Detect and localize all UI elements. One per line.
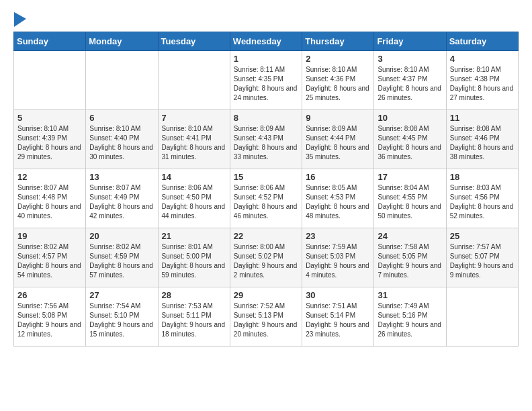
calendar-cell-1-3: 8Sunrise: 8:09 AM Sunset: 4:43 PM Daylig…	[230, 110, 302, 169]
calendar-cell-1-2: 7Sunrise: 8:10 AM Sunset: 4:41 PM Daylig…	[158, 110, 230, 169]
day-number: 24	[378, 231, 442, 241]
day-number: 7	[162, 113, 226, 123]
calendar-cell-1-5: 10Sunrise: 8:08 AM Sunset: 4:45 PM Dayli…	[374, 110, 446, 169]
day-number: 6	[89, 113, 154, 123]
day-number: 28	[162, 290, 226, 300]
day-number: 22	[234, 231, 298, 241]
week-row-2: 12Sunrise: 8:07 AM Sunset: 4:48 PM Dayli…	[14, 169, 519, 228]
day-number: 12	[17, 172, 82, 182]
calendar-cell-0-1	[86, 51, 158, 110]
day-info: Sunrise: 8:00 AM Sunset: 5:02 PM Dayligh…	[234, 242, 298, 280]
day-info: Sunrise: 8:09 AM Sunset: 4:43 PM Dayligh…	[234, 124, 298, 162]
calendar-cell-0-4: 2Sunrise: 8:10 AM Sunset: 4:36 PM Daylig…	[302, 51, 374, 110]
day-number: 26	[17, 290, 82, 300]
day-number: 25	[450, 231, 515, 241]
svg-marker-0	[14, 12, 26, 27]
day-number: 8	[234, 113, 298, 123]
weekday-header-sunday: Sunday	[14, 32, 86, 51]
day-info: Sunrise: 8:06 AM Sunset: 4:50 PM Dayligh…	[162, 183, 226, 221]
day-info: Sunrise: 8:02 AM Sunset: 4:59 PM Dayligh…	[89, 242, 154, 280]
day-info: Sunrise: 8:04 AM Sunset: 4:55 PM Dayligh…	[378, 183, 442, 221]
day-info: Sunrise: 7:51 AM Sunset: 5:14 PM Dayligh…	[306, 302, 370, 339]
day-number: 10	[378, 113, 442, 123]
calendar-cell-2-0: 12Sunrise: 8:07 AM Sunset: 4:48 PM Dayli…	[14, 169, 86, 228]
day-number: 18	[450, 172, 515, 182]
week-row-1: 5Sunrise: 8:10 AM Sunset: 4:39 PM Daylig…	[14, 110, 519, 169]
calendar-cell-3-0: 19Sunrise: 8:02 AM Sunset: 4:57 PM Dayli…	[14, 228, 86, 287]
day-number: 31	[378, 290, 442, 300]
day-number: 21	[162, 231, 226, 241]
day-info: Sunrise: 7:53 AM Sunset: 5:11 PM Dayligh…	[162, 302, 226, 339]
calendar-cell-3-1: 20Sunrise: 8:02 AM Sunset: 4:59 PM Dayli…	[86, 228, 158, 287]
logo	[13, 12, 26, 25]
day-number: 1	[234, 54, 298, 64]
weekday-header-wednesday: Wednesday	[230, 32, 302, 51]
day-number: 29	[234, 290, 298, 300]
day-info: Sunrise: 7:57 AM Sunset: 5:07 PM Dayligh…	[450, 242, 515, 280]
day-number: 13	[89, 172, 154, 182]
calendar-cell-4-2: 28Sunrise: 7:53 AM Sunset: 5:11 PM Dayli…	[158, 287, 230, 347]
day-info: Sunrise: 8:01 AM Sunset: 5:00 PM Dayligh…	[162, 242, 226, 280]
page: SundayMondayTuesdayWednesdayThursdayFrid…	[0, 0, 532, 356]
calendar-cell-2-2: 14Sunrise: 8:06 AM Sunset: 4:50 PM Dayli…	[158, 169, 230, 228]
calendar-cell-1-4: 9Sunrise: 8:09 AM Sunset: 4:44 PM Daylig…	[302, 110, 374, 169]
day-info: Sunrise: 8:11 AM Sunset: 4:35 PM Dayligh…	[234, 65, 298, 103]
calendar-cell-0-5: 3Sunrise: 8:10 AM Sunset: 4:37 PM Daylig…	[374, 51, 446, 110]
day-number: 14	[162, 172, 226, 182]
day-info: Sunrise: 8:10 AM Sunset: 4:39 PM Dayligh…	[17, 124, 82, 162]
header	[13, 12, 519, 25]
day-number: 19	[17, 231, 82, 241]
day-number: 4	[450, 54, 515, 64]
day-number: 2	[306, 54, 370, 64]
weekday-header-saturday: Saturday	[446, 32, 518, 51]
calendar-cell-1-6: 11Sunrise: 8:08 AM Sunset: 4:46 PM Dayli…	[446, 110, 518, 169]
day-number: 17	[378, 172, 442, 182]
day-number: 27	[89, 290, 154, 300]
day-info: Sunrise: 7:52 AM Sunset: 5:13 PM Dayligh…	[234, 302, 298, 339]
day-info: Sunrise: 7:58 AM Sunset: 5:05 PM Dayligh…	[378, 242, 442, 280]
day-info: Sunrise: 8:10 AM Sunset: 4:37 PM Dayligh…	[378, 65, 442, 103]
day-info: Sunrise: 8:05 AM Sunset: 4:53 PM Dayligh…	[306, 183, 370, 221]
day-number: 3	[378, 54, 442, 64]
day-info: Sunrise: 7:59 AM Sunset: 5:03 PM Dayligh…	[306, 242, 370, 280]
calendar-cell-3-2: 21Sunrise: 8:01 AM Sunset: 5:00 PM Dayli…	[158, 228, 230, 287]
day-info: Sunrise: 7:54 AM Sunset: 5:10 PM Dayligh…	[89, 302, 154, 339]
day-number: 30	[306, 290, 370, 300]
calendar-cell-1-0: 5Sunrise: 8:10 AM Sunset: 4:39 PM Daylig…	[14, 110, 86, 169]
week-row-3: 19Sunrise: 8:02 AM Sunset: 4:57 PM Dayli…	[14, 228, 519, 287]
calendar-cell-4-5: 31Sunrise: 7:49 AM Sunset: 5:16 PM Dayli…	[374, 287, 446, 347]
week-row-4: 26Sunrise: 7:56 AM Sunset: 5:08 PM Dayli…	[14, 287, 519, 347]
day-info: Sunrise: 8:07 AM Sunset: 4:49 PM Dayligh…	[89, 183, 154, 221]
calendar-cell-1-1: 6Sunrise: 8:10 AM Sunset: 4:40 PM Daylig…	[86, 110, 158, 169]
calendar-cell-4-4: 30Sunrise: 7:51 AM Sunset: 5:14 PM Dayli…	[302, 287, 374, 347]
calendar-cell-4-6	[446, 287, 518, 347]
calendar-cell-3-3: 22Sunrise: 8:00 AM Sunset: 5:02 PM Dayli…	[230, 228, 302, 287]
week-row-0: 1Sunrise: 8:11 AM Sunset: 4:35 PM Daylig…	[14, 51, 519, 110]
day-info: Sunrise: 8:10 AM Sunset: 4:40 PM Dayligh…	[89, 124, 154, 162]
day-info: Sunrise: 8:07 AM Sunset: 4:48 PM Dayligh…	[17, 183, 82, 221]
day-info: Sunrise: 8:02 AM Sunset: 4:57 PM Dayligh…	[17, 242, 82, 280]
day-info: Sunrise: 8:10 AM Sunset: 4:36 PM Dayligh…	[306, 65, 370, 103]
day-number: 16	[306, 172, 370, 182]
calendar-cell-2-6: 18Sunrise: 8:03 AM Sunset: 4:56 PM Dayli…	[446, 169, 518, 228]
weekday-header-friday: Friday	[374, 32, 446, 51]
calendar: SundayMondayTuesdayWednesdayThursdayFrid…	[13, 32, 519, 347]
day-info: Sunrise: 8:08 AM Sunset: 4:46 PM Dayligh…	[450, 124, 515, 162]
day-info: Sunrise: 8:10 AM Sunset: 4:41 PM Dayligh…	[162, 124, 226, 162]
weekday-header-tuesday: Tuesday	[158, 32, 230, 51]
calendar-cell-3-4: 23Sunrise: 7:59 AM Sunset: 5:03 PM Dayli…	[302, 228, 374, 287]
weekday-header-row: SundayMondayTuesdayWednesdayThursdayFrid…	[14, 32, 519, 51]
calendar-cell-4-3: 29Sunrise: 7:52 AM Sunset: 5:13 PM Dayli…	[230, 287, 302, 347]
calendar-cell-2-3: 15Sunrise: 8:06 AM Sunset: 4:52 PM Dayli…	[230, 169, 302, 228]
calendar-cell-4-0: 26Sunrise: 7:56 AM Sunset: 5:08 PM Dayli…	[14, 287, 86, 347]
day-info: Sunrise: 7:56 AM Sunset: 5:08 PM Dayligh…	[17, 302, 82, 339]
day-number: 15	[234, 172, 298, 182]
calendar-cell-3-6: 25Sunrise: 7:57 AM Sunset: 5:07 PM Dayli…	[446, 228, 518, 287]
day-info: Sunrise: 8:09 AM Sunset: 4:44 PM Dayligh…	[306, 124, 370, 162]
day-info: Sunrise: 8:08 AM Sunset: 4:45 PM Dayligh…	[378, 124, 442, 162]
day-info: Sunrise: 8:06 AM Sunset: 4:52 PM Dayligh…	[234, 183, 298, 221]
day-number: 20	[89, 231, 154, 241]
weekday-header-thursday: Thursday	[302, 32, 374, 51]
day-info: Sunrise: 8:10 AM Sunset: 4:38 PM Dayligh…	[450, 65, 515, 103]
day-info: Sunrise: 8:03 AM Sunset: 4:56 PM Dayligh…	[450, 183, 515, 221]
